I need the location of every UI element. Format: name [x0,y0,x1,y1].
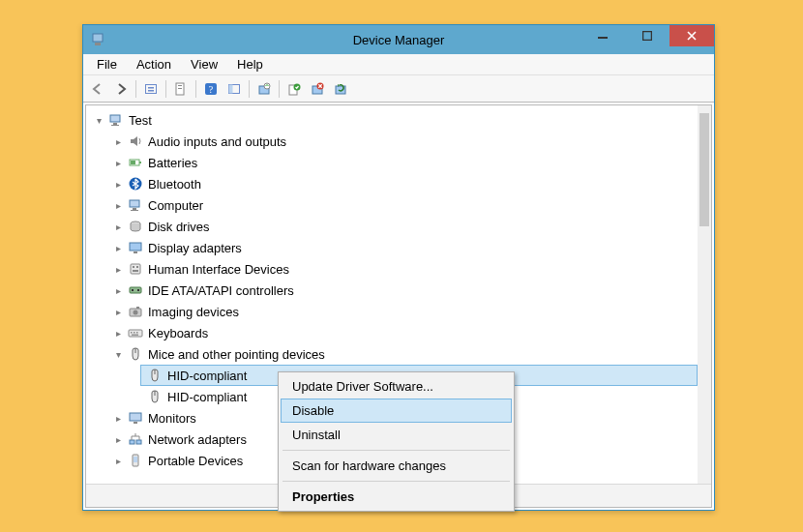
context-menu-item[interactable]: Properties [281,485,512,509]
tree-item[interactable]: ▾Test [86,109,698,131]
monitor-icon [127,410,144,426]
toolbar-separator [165,80,166,98]
svg-rect-57 [134,457,137,462]
tree-item[interactable]: ▸Disk drives [86,216,698,237]
enable-button[interactable] [283,78,305,100]
expander-icon[interactable]: ▸ [111,134,125,148]
maximize-button[interactable] [625,25,669,46]
menu-view[interactable]: View [183,55,225,74]
tree-item[interactable]: ▸Bluetooth [86,173,698,194]
svg-rect-21 [110,115,120,122]
svg-rect-33 [134,251,137,253]
mouse-icon [146,389,164,404]
context-menu-item[interactable]: Update Driver Software... [281,374,512,399]
mouse-icon [146,368,164,383]
minimize-button[interactable] [580,25,625,46]
tree-item[interactable]: ▸Display adapters [86,237,698,258]
expander-icon[interactable]: ▸ [111,198,125,212]
scrollbar-thumb[interactable] [699,113,709,226]
tree-item-label: Display adapters [148,241,242,255]
portable-icon [127,453,144,468]
svg-rect-53 [134,422,137,424]
tree-item[interactable]: ▸Human Interface Devices [86,258,698,280]
tree-item-label: Disk drives [148,220,210,234]
update-driver-button[interactable] [253,78,275,100]
scan-button[interactable] [330,78,351,100]
show-hidden-button[interactable] [140,78,162,100]
disk-icon [127,219,144,234]
context-menu-item[interactable]: Disable [281,399,512,423]
svg-rect-45 [131,332,133,334]
expander-icon[interactable]: ▸ [111,262,125,276]
svg-rect-0 [93,34,103,42]
tree-item[interactable]: ▸Imaging devices [86,301,698,322]
svg-rect-35 [133,266,134,268]
tree-item[interactable]: ▸Batteries [86,152,698,173]
app-icon [91,32,106,47]
tree-item-label: Batteries [148,156,197,170]
expander-icon[interactable]: ▸ [111,177,125,191]
svg-rect-3 [643,32,652,41]
panel-button[interactable] [223,78,245,100]
svg-point-42 [134,310,138,315]
camera-icon [127,304,144,319]
svg-rect-5 [148,87,154,89]
menu-action[interactable]: Action [129,55,179,74]
tree-item-label: Network adapters [148,432,247,447]
svg-rect-22 [113,123,117,125]
tree-item-label: HID-compliant [167,369,247,383]
vertical-scrollbar[interactable] [698,105,711,484]
context-menu[interactable]: Update Driver Software...DisableUninstal… [278,371,515,512]
expander-icon[interactable]: ▸ [111,411,125,425]
tree-item[interactable]: ▸Audio inputs and outputs [86,131,698,152]
svg-rect-9 [178,88,182,89]
expander-icon[interactable]: ▾ [111,347,125,361]
svg-rect-55 [136,440,141,444]
expander-icon[interactable]: ▸ [111,156,125,169]
close-button[interactable] [669,25,714,46]
tree-item-label: Test [129,113,152,128]
back-button[interactable] [87,78,108,100]
tree-item-label: Human Interface Devices [148,262,289,277]
expander-icon[interactable]: ▸ [111,241,125,254]
svg-rect-26 [131,161,135,164]
menu-help[interactable]: Help [229,55,271,74]
svg-rect-34 [131,264,140,274]
svg-rect-30 [131,210,138,211]
uninstall-button[interactable] [307,78,328,100]
expander-icon[interactable]: ▸ [111,454,125,467]
svg-rect-2 [598,37,608,39]
svg-rect-28 [130,200,139,207]
svg-rect-46 [134,332,135,334]
expander-icon[interactable]: ▸ [111,326,125,340]
context-menu-item[interactable]: Scan for hardware changes [281,454,512,478]
context-menu-item[interactable]: Uninstall [281,423,512,447]
menu-file[interactable]: File [89,55,125,74]
battery-icon [127,155,144,170]
help-button[interactable]: ? [200,78,222,100]
expander-icon[interactable]: ▾ [92,113,105,127]
tree-item-label: Computer [148,198,203,213]
titlebar[interactable]: Device Manager [83,25,714,54]
svg-rect-54 [130,440,134,444]
tree-item-label: Keyboards [148,326,208,340]
toolbar-separator [195,80,196,98]
toolbar-separator [249,80,250,98]
expander-icon[interactable]: ▸ [111,220,125,233]
tree-item[interactable]: ▸Computer [86,194,698,216]
expander-icon[interactable]: ▸ [111,283,125,297]
tree-item[interactable]: ▸Keyboards [86,322,698,343]
audio-icon [127,133,144,149]
expander-icon[interactable]: ▸ [111,432,125,446]
expander-icon[interactable]: ▸ [111,305,125,318]
tree-item-label: HID-compliant [167,390,247,404]
display-icon [127,240,144,255]
forward-button[interactable] [110,78,132,100]
tree-item[interactable]: ▸IDE ATA/ATAPI controllers [86,280,698,301]
tree-item-label: IDE ATA/ATAPI controllers [148,283,294,298]
tree-item[interactable]: ▾Mice and other pointing devices [86,343,698,365]
properties-button[interactable] [170,78,192,100]
tree-item-label: Imaging devices [148,305,239,319]
svg-rect-52 [130,413,141,421]
toolbar-separator [279,80,280,98]
